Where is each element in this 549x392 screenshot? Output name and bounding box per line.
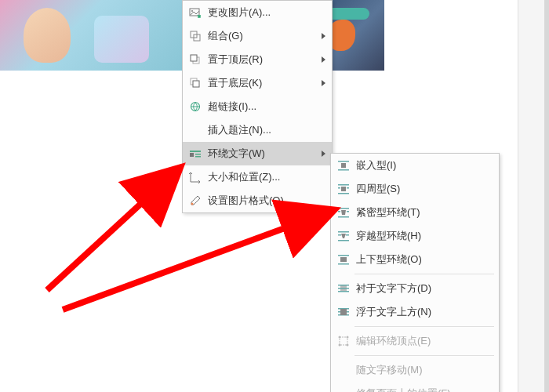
svg-rect-16 [338,169,349,171]
menu-item-wrap-text[interactable]: 环绕文字(W) [183,142,332,165]
menu-label: 置于顶层(R) [208,53,332,67]
blank-icon [336,362,351,378]
wrap-top-bottom-icon [336,252,351,267]
svg-rect-34 [338,285,349,286]
svg-rect-20 [347,187,349,189]
svg-point-43 [347,336,349,339]
svg-rect-29 [338,240,349,241]
svg-rect-40 [340,309,347,315]
svg-rect-9 [190,151,201,152]
svg-rect-15 [341,163,346,168]
svg-rect-28 [346,234,349,236]
menu-label: 组合(G) [208,29,332,43]
svg-rect-5 [191,55,197,61]
scrollbar-area[interactable] [518,0,549,392]
svg-rect-24 [347,211,349,212]
caption-icon [187,122,203,138]
context-menu: 更改图片(A)... 组合(G) 置于顶层(R) 置于底层(K) 超链接(I).… [182,0,333,213]
svg-rect-19 [338,187,340,189]
menu-separator [354,274,494,274]
edit-points-icon [336,333,351,349]
bring-to-front-icon [187,52,203,67]
hyperlink-icon [187,99,203,114]
menu-item-behind-text[interactable]: 衬于文字下方(D) [331,277,499,300]
menu-item-format-picture[interactable]: 设置图片格式(O)... [183,189,332,212]
chevron-right-icon [322,80,325,86]
blank-icon [336,386,351,392]
svg-rect-27 [338,234,341,236]
menu-item-move-with-text: 随文字移动(M) [331,358,499,382]
menu-label: 四周型(S) [356,182,499,196]
menu-label: 上下型环绕(O) [356,252,499,267]
svg-rect-26 [338,231,349,233]
svg-rect-7 [193,81,199,87]
menu-item-through[interactable]: 穿越型环绕(H) [331,224,499,248]
menu-item-edit-wrap-points: 编辑环绕顶点(E) [331,329,499,353]
menu-label: 更改图片(A)... [208,5,332,20]
wrap-tight-icon [336,205,351,220]
menu-label: 置于底层(K) [208,76,332,90]
menu-item-top-bottom[interactable]: 上下型环绕(O) [331,248,499,271]
svg-point-45 [347,344,349,347]
svg-rect-32 [338,263,349,265]
svg-rect-31 [340,257,347,262]
document-image-left [0,0,187,71]
svg-rect-18 [341,187,346,191]
svg-rect-36 [338,291,349,292]
menu-separator [354,355,494,356]
svg-rect-30 [338,255,349,256]
menu-item-send-back[interactable]: 置于底层(K) [183,71,332,95]
menu-separator [354,326,494,327]
wrap-text-icon [187,146,203,162]
svg-rect-41 [340,337,347,345]
svg-rect-17 [338,184,349,186]
menu-label: 衬于文字下方(D) [356,281,499,296]
svg-rect-25 [338,216,349,218]
svg-point-42 [339,336,341,339]
menu-item-front-text[interactable]: 浮于文字上方(N) [331,300,499,324]
annotation-arrow-2 [63,212,329,310]
menu-item-insert-caption[interactable]: 插入题注(N)... [183,118,332,142]
wrap-through-icon [336,228,351,244]
svg-rect-14 [338,161,349,162]
menu-item-inline[interactable]: 嵌入型(I) [331,154,499,177]
menu-label: 超链接(I)... [208,100,332,114]
group-icon [187,28,203,44]
menu-label: 修复页面上的位置(F) [356,387,499,392]
menu-label: 环绕文字(W) [208,147,332,161]
svg-rect-21 [338,193,349,194]
menu-item-fix-position: 修复页面上的位置(F) [331,382,499,392]
menu-item-tight[interactable]: 紧密型环绕(T) [331,201,499,224]
svg-rect-23 [338,211,340,212]
svg-point-44 [339,344,341,347]
wrap-square-icon [336,181,351,197]
svg-rect-22 [338,208,349,209]
wrap-front-icon [336,304,351,320]
menu-label: 设置图片格式(O)... [208,194,332,208]
menu-item-group[interactable]: 组合(G) [183,24,332,48]
svg-rect-11 [195,154,201,155]
menu-label: 插入题注(N)... [208,123,332,137]
menu-label: 嵌入型(I) [356,158,499,172]
chevron-right-icon [322,56,325,63]
svg-rect-10 [190,153,194,157]
svg-point-1 [191,10,193,12]
menu-label: 编辑环绕顶点(E) [356,334,499,348]
menu-item-size-position[interactable]: 大小和位置(Z)... [183,165,332,189]
menu-item-hyperlink[interactable]: 超链接(I)... [183,95,332,118]
wrap-text-submenu: 嵌入型(I) 四周型(S) 紧密型环绕(T) 穿越型环绕(H) 上下型环绕(O)… [330,153,500,392]
chevron-right-icon [322,151,325,157]
size-position-icon [187,169,203,185]
svg-point-13 [191,203,194,205]
menu-item-change-picture[interactable]: 更改图片(A)... [183,1,332,24]
svg-rect-12 [195,156,201,158]
chevron-right-icon [322,33,325,39]
menu-label: 紧密型环绕(T) [356,205,499,220]
format-picture-icon [187,193,203,209]
menu-label: 大小和位置(Z)... [208,170,332,184]
menu-item-bring-front[interactable]: 置于顶层(R) [183,48,332,71]
menu-item-square[interactable]: 四周型(S) [331,177,499,201]
menu-label: 穿越型环绕(H) [356,229,499,243]
send-to-back-icon [187,75,203,91]
menu-label: 随文字移动(M) [356,363,499,377]
